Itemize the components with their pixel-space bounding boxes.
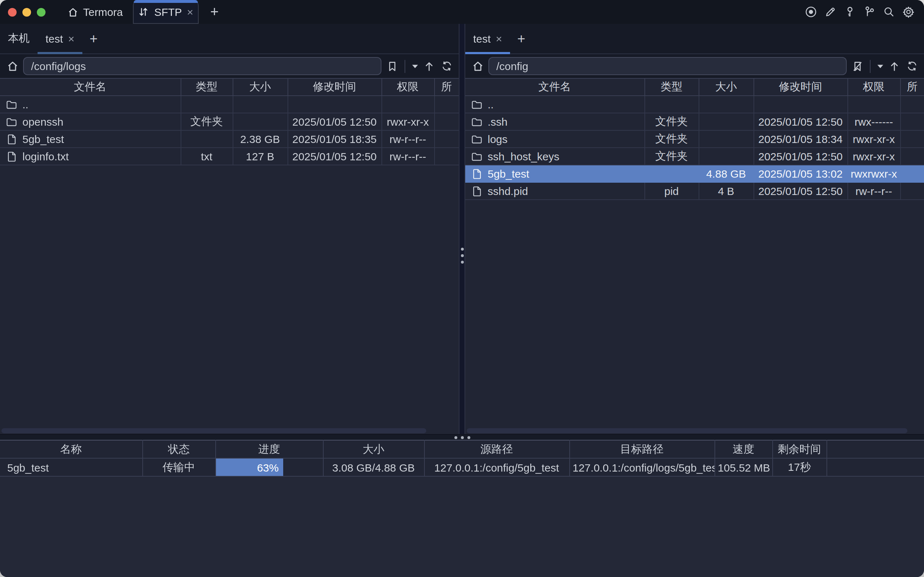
keychain-icon[interactable] xyxy=(863,5,876,18)
table-row[interactable]: .ssh 文件夹2025/01/05 12:50rwx------ xyxy=(465,113,924,131)
col-filename[interactable]: 文件名 xyxy=(0,78,181,96)
right-tab-test[interactable]: test × xyxy=(465,24,510,53)
right-path-input[interactable] xyxy=(489,57,847,75)
up-directory-icon[interactable] xyxy=(888,60,901,73)
edit-icon[interactable] xyxy=(824,5,837,18)
right-active-tab-underline xyxy=(465,52,510,54)
refresh-icon[interactable] xyxy=(440,60,453,73)
col-filename[interactable]: 文件名 xyxy=(465,78,644,96)
right-pathbar xyxy=(465,54,924,78)
new-main-tab-button[interactable]: + xyxy=(210,0,219,24)
transfer-source-path: 127.0.0.1:/config/5gb_test xyxy=(424,458,569,476)
col-transfer-remaining: 剩余时间 xyxy=(772,440,826,458)
bookmark-icon[interactable] xyxy=(386,60,399,73)
folder-icon xyxy=(471,133,482,145)
transfer-table: 名称 状态 进度 大小 源路径 目标路径 速度 剩余时间 5gb_test 传输… xyxy=(0,440,924,477)
folder-icon xyxy=(6,116,17,127)
right-table-header: 文件名 类型 大小 修改时间 权限 所 xyxy=(465,78,924,96)
col-transfer-speed: 速度 xyxy=(714,440,772,458)
transfer-splitter[interactable] xyxy=(0,434,924,440)
right-pane-tabbar: test × + xyxy=(465,24,924,54)
tab-sftp-label: SFTP xyxy=(154,5,182,18)
record-icon[interactable] xyxy=(804,5,817,18)
divider xyxy=(870,60,871,73)
zoom-window-button[interactable] xyxy=(37,8,45,16)
home-icon xyxy=(67,6,79,18)
transfer-row[interactable]: 5gb_test 传输中 63% 3.08 GB/4.88 GB 127.0.0… xyxy=(0,458,924,476)
col-transfer-extra xyxy=(826,440,924,458)
right-horizontal-scrollbar[interactable] xyxy=(467,428,907,433)
col-owner[interactable]: 所 xyxy=(900,78,924,96)
left-file-table: 文件名 类型 大小 修改时间 权限 所 .. xyxy=(0,78,459,165)
sftp-arrows-icon xyxy=(138,6,149,17)
table-row[interactable]: ssh_host_keys 文件夹2025/01/05 12:50rwxr-xr… xyxy=(465,148,924,165)
right-new-tab-button[interactable]: + xyxy=(517,24,525,53)
col-transfer-name: 名称 xyxy=(0,440,142,458)
col-transfer-target: 目标路径 xyxy=(569,440,714,458)
col-transfer-source: 源路径 xyxy=(424,440,569,458)
left-active-tab-underline xyxy=(37,52,82,54)
right-tab-close-icon[interactable]: × xyxy=(496,32,502,45)
transfer-speed: 105.52 MB xyxy=(714,458,772,476)
up-directory-icon[interactable] xyxy=(422,60,435,73)
sftp-panes: 本机 test × + xyxy=(0,24,924,434)
stage: Termora SFTP × + xyxy=(0,0,924,577)
chevron-down-icon[interactable] xyxy=(411,60,418,73)
left-horizontal-scrollbar[interactable] xyxy=(2,428,426,433)
right-tab-test-label: test xyxy=(473,32,490,45)
left-new-tab-button[interactable]: + xyxy=(90,24,98,53)
right-pane: test × + xyxy=(465,24,924,434)
col-type[interactable]: 类型 xyxy=(181,78,233,96)
left-path-input[interactable] xyxy=(23,57,381,75)
settings-icon[interactable] xyxy=(901,5,914,18)
table-row[interactable]: openssh 文件夹2025/01/05 12:50rwxr-xr-x xyxy=(0,113,459,131)
tab-sftp[interactable]: SFTP × xyxy=(133,0,199,24)
titlebar-actions xyxy=(804,0,924,24)
tab-sftp-close-icon[interactable]: × xyxy=(187,6,194,17)
window-controls xyxy=(0,0,53,24)
col-perm[interactable]: 权限 xyxy=(847,78,900,96)
file-icon xyxy=(6,151,17,162)
home-icon[interactable] xyxy=(6,60,19,73)
col-perm[interactable]: 权限 xyxy=(381,78,434,96)
left-pane: 本机 test × + xyxy=(0,24,459,434)
col-mtime[interactable]: 修改时间 xyxy=(287,78,381,96)
table-row[interactable]: logs 文件夹2025/01/05 18:34rwxr-xr-x xyxy=(465,131,924,148)
file-icon xyxy=(471,185,482,197)
titlebar: Termora SFTP × + xyxy=(0,0,924,24)
col-transfer-size: 大小 xyxy=(323,440,424,458)
transfer-progress-cell: 63% xyxy=(215,458,323,476)
close-window-button[interactable] xyxy=(8,8,17,16)
table-row-selected[interactable]: 5gb_test 4.88 GB2025/01/05 13:02rwxrwxr-… xyxy=(465,165,924,182)
search-icon[interactable] xyxy=(882,5,895,18)
left-tab-close-icon[interactable]: × xyxy=(68,32,74,45)
transfer-panel: 名称 状态 进度 大小 源路径 目标路径 速度 剩余时间 5gb_test 传输… xyxy=(0,440,924,477)
table-row[interactable]: .. xyxy=(465,96,924,113)
file-icon xyxy=(6,133,17,145)
minimize-window-button[interactable] xyxy=(23,8,31,16)
left-tab-local[interactable]: 本机 xyxy=(0,24,37,53)
transfer-target-path: 127.0.0.1:/config/logs/5gb_test xyxy=(569,458,714,476)
table-row[interactable]: .. xyxy=(0,96,459,113)
col-type[interactable]: 类型 xyxy=(644,78,698,96)
chevron-down-icon[interactable] xyxy=(876,60,884,73)
tab-termora[interactable]: Termora xyxy=(67,0,123,24)
tab-termora-label: Termora xyxy=(83,6,123,18)
table-row[interactable]: 5gb_test 2.38 GB2025/01/05 18:35rw-r--r-… xyxy=(0,131,459,148)
col-owner[interactable]: 所 xyxy=(434,78,459,96)
col-mtime[interactable]: 修改时间 xyxy=(753,78,847,96)
bookmark-slash-icon[interactable] xyxy=(851,60,864,73)
right-file-table-area: 文件名 类型 大小 修改时间 权限 所 .. xyxy=(465,78,924,434)
left-tab-test[interactable]: test × xyxy=(37,24,82,53)
table-row[interactable]: sshd.pid pid4 B2025/01/05 12:50rw-r--r-- xyxy=(465,182,924,200)
file-icon xyxy=(471,168,482,179)
pane-splitter[interactable] xyxy=(459,24,465,434)
app-window: Termora SFTP × + xyxy=(0,0,924,577)
key-icon[interactable] xyxy=(843,5,856,18)
refresh-icon[interactable] xyxy=(905,60,918,73)
table-row[interactable]: loginfo.txt txt127 B2025/01/05 12:50rw-r… xyxy=(0,148,459,165)
col-size[interactable]: 大小 xyxy=(233,78,287,96)
col-size[interactable]: 大小 xyxy=(698,78,753,96)
transfer-table-header: 名称 状态 进度 大小 源路径 目标路径 速度 剩余时间 xyxy=(0,440,924,458)
home-icon[interactable] xyxy=(471,60,484,73)
